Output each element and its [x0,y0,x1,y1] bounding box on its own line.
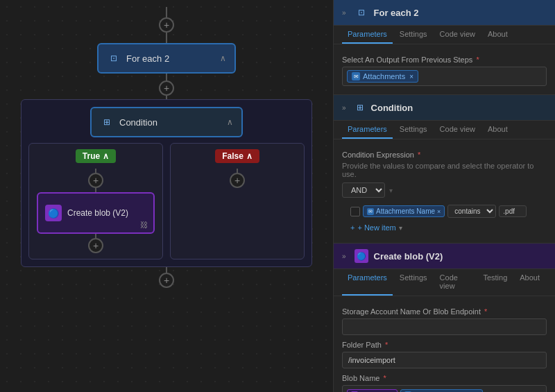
condition-tab-parameters[interactable]: Parameters [342,121,393,139]
blob-name-field[interactable]: fx utcNow() × ✉ Attachments Name × [342,385,547,392]
cond-checkbox[interactable] [350,207,360,216]
add-in-false[interactable]: + [230,173,245,188]
condition-tab-codeview[interactable]: Code view [434,121,481,139]
foreach-form: Select An Output From Previous Steps * ✉… [334,44,555,92]
select-output-label: Select An Output From Previous Steps * [342,56,547,64]
canvas-panel: + ⊡ For each 2 ∧ + ⊞ Condition [0,0,333,392]
blob-section-header[interactable]: » 🔵 Create blob (V2) [334,243,555,269]
select-output-field[interactable]: ✉ Attachments × [342,67,547,86]
foreach-tab-codeview[interactable]: Code view [434,26,481,44]
condition-expr-label: Condition Expression * [342,151,547,159]
false-branch: False ∧ + [170,143,305,259]
blob-node[interactable]: 🔵 Create blob (V2) ⛓ [37,192,155,234]
condition-chevron: ∧ [227,117,233,127]
blob-label: Create blob (V2) [67,208,128,218]
folder-path-label: Folder Path * [342,341,547,349]
condition-section-header[interactable]: » ⊞ Condition [334,94,555,121]
new-item-button[interactable]: + + New item ▾ [342,221,411,235]
and-dropdown[interactable]: AND [342,182,385,198]
blob-name-attachments-tag[interactable]: ✉ Attachments Name × [400,389,482,393]
attachments-tag-icon: ✉ [352,72,360,80]
utcnow-tag[interactable]: fx utcNow() × [347,389,398,393]
blob-section-title: Create blob (V2) [374,251,547,262]
foreach-tab-settings[interactable]: Settings [394,26,433,44]
condition-container: ⊞ Condition ∧ True ∧ + [21,99,312,267]
blob-tab-codeview[interactable]: Code view [434,269,477,296]
condition-node[interactable]: ⊞ Condition ∧ [90,107,243,137]
false-label: False ∧ [215,149,259,163]
condition-branches: True ∧ + 🔵 Create blob (V2) [28,143,305,259]
true-branch: True ∧ + 🔵 Create blob (V2) [28,143,163,259]
condition-icon: ⊞ [100,115,114,129]
true-label: True ∧ [76,149,116,163]
add-between-foreach-condition[interactable]: + [159,80,174,96]
cond-remove-tag[interactable]: × [437,208,441,215]
true-bottom-connector: + [88,234,103,253]
add-above-foreach[interactable]: + [159,17,174,33]
condition-tab-settings[interactable]: Settings [394,121,433,139]
bottom-connector: + [159,267,174,288]
foreach-tab-row: Parameters Settings Code view About [334,26,555,44]
false-plus-connector: + [230,169,245,188]
add-below-condition[interactable]: + [159,273,174,288]
blob-form: Storage Account Name Or Blob Endpoint * … [334,296,555,392]
condition-form: Condition Expression * Provide the value… [334,139,555,240]
condition-tab-about[interactable]: About [482,121,513,139]
storage-label: Storage Account Name Or Blob Endpoint * [342,307,547,316]
add-in-true[interactable]: + [88,173,103,188]
blob-name-label: Blob Name * [342,374,547,382]
blob-tab-settings[interactable]: Settings [394,269,433,296]
blob-tab-row: Parameters Settings Code view Testing Ab… [334,269,555,296]
condition-desc: Provide the values to compare and select… [342,162,547,178]
condition-expand-arrow: » [342,104,346,112]
link-icon: ⛓ [140,221,148,229]
foreach-label: For each 2 [126,53,169,64]
foreach-tab-parameters[interactable]: Parameters [342,26,393,44]
blob-expand-arrow: » [342,253,346,260]
foreach-section-icon: ⊡ [355,6,368,19]
condition-section-icon: ⊞ [353,101,367,114]
condition-tab-row: Parameters Settings Code view About [334,121,555,139]
foreach-node[interactable]: ⊡ For each 2 ∧ [97,43,236,74]
blob-icon: 🔵 [45,205,62,221]
blob-tab-testing[interactable]: Testing [477,269,513,296]
foreach-section-header[interactable]: » ⊡ For each 2 [334,0,555,26]
remove-attachments-tag[interactable]: × [409,73,413,80]
top-connector: + [159,7,174,43]
storage-input[interactable] [342,318,547,335]
true-top-connector: + [88,169,103,192]
foreach-tab-about[interactable]: About [482,26,513,44]
condition-label: Condition [119,117,157,128]
folder-path-input[interactable] [342,352,547,368]
foreach-section-title: For each 2 [374,8,547,18]
condition-section-title: Condition [371,103,547,113]
foreach-condition-connector: + [159,74,174,99]
right-panel: » ⊡ For each 2 Parameters Settings Code … [333,0,555,392]
add-below-blob[interactable]: + [88,238,103,253]
attachments-tag[interactable]: ✉ Attachments × [347,70,418,83]
blob-section-icon: 🔵 [355,249,368,263]
cond-tag-icon: ✉ [367,208,374,215]
foreach-icon: ⊡ [107,51,121,65]
blob-tab-parameters[interactable]: Parameters [342,269,393,296]
operator-dropdown[interactable]: contains [447,205,496,218]
condition-attachments-tag[interactable]: ✉ Attachments Name × [363,205,445,217]
blob-tab-about[interactable]: About [514,269,545,296]
condition-row: ✉ Attachments Name × contains [342,202,547,221]
foreach-chevron: ∧ [220,53,226,63]
condition-value-input[interactable] [499,205,527,217]
foreach-expand-arrow: » [342,9,346,17]
